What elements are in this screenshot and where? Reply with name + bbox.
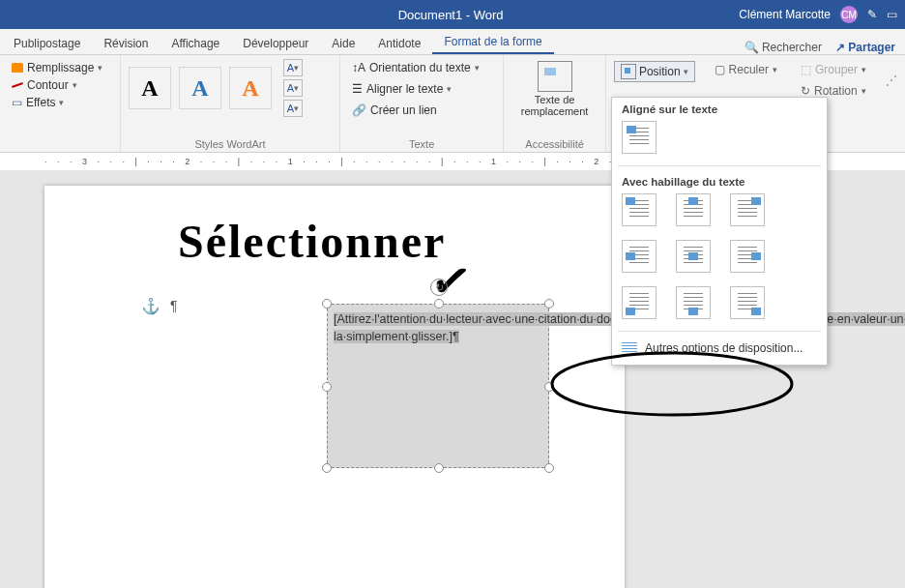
reculer-button[interactable]: ▢Reculer▾ [711,61,781,78]
ribbon-display-icon[interactable]: ▭ [887,8,897,21]
tab-aide[interactable]: Aide [320,33,366,54]
text-outline-button[interactable]: A▾ [283,79,303,97]
search-button[interactable]: 🔍 Rechercher [744,41,822,54]
creer-lien-button[interactable]: 🔗Créer un lien [348,102,495,119]
alt-text-icon [538,61,572,92]
text-fill-button[interactable]: A▾ [283,59,303,76]
tab-revision[interactable]: Révision [92,33,160,54]
group-label-accessibilite: Accessibilité [511,138,598,152]
outline-icon [12,82,23,88]
tab-antidote[interactable]: Antidote [366,33,432,54]
align-icon: ☰ [352,82,363,96]
dropdown-section-inline: Aligné sur le texte [612,98,827,117]
user-avatar[interactable]: CM [840,6,858,23]
dropdown-section-wrap: Avec habillage du texte [612,170,827,173]
effets-button[interactable]: ▭Effets▾ [8,94,112,111]
rotate-icon: ↻ [801,84,810,98]
tab-format-forme[interactable]: Format de la forme [432,31,553,54]
tab-developpeur[interactable]: Développeur [231,33,320,54]
share-button[interactable]: ↗ Partager [835,41,895,54]
aligner-texte-button[interactable]: ☰Aligner le texte▾ [348,80,495,98]
wordart-style-3[interactable]: A [229,67,272,109]
group-label-styles-forme [8,138,112,152]
position-inline[interactable] [622,121,657,154]
position-icon [621,64,636,79]
group-label-wordart: Styles WordArt [129,138,332,152]
text-effects-button[interactable]: A▾ [283,100,303,117]
link-icon: 🔗 [352,103,366,117]
position-dropdown: Aligné sur le texte Avec habillage du te… [611,97,828,173]
orientation-texte-button[interactable]: ↕AOrientation du texte▾ [348,59,495,76]
wordart-style-2[interactable]: A [179,67,221,109]
tab-publipostage[interactable]: Publipostage [2,33,92,54]
wordart-style-1[interactable]: A [129,67,171,109]
orientation-icon: ↕A [352,61,365,74]
group-icon: ⬚ [801,63,811,76]
document-title: Document1 - Word [162,8,739,22]
position-button[interactable]: Position▾ [614,61,695,82]
tab-affichage[interactable]: Affichage [160,33,231,54]
ribbon-tabs: Publipostage Révision Affichage Développ… [0,29,905,55]
title-bar: Document1 - Word Clément Marcotte CM ✎ ▭ [0,0,905,29]
size-launcher-icon[interactable]: ⋰ [886,74,897,87]
contour-button[interactable]: Contour▾ [8,76,112,94]
grouper-button: ⬚Grouper▾ [797,61,870,78]
fill-icon [12,63,23,73]
effects-icon: ▭ [12,96,22,109]
remplissage-button[interactable]: Remplissage▾ [8,59,112,76]
user-name[interactable]: Clément Marcotte [739,8,831,21]
alt-text-button[interactable]: Texte de remplacement [511,94,598,117]
send-back-icon: ▢ [715,63,725,76]
group-label-texte: Texte [348,138,495,152]
draw-icon[interactable]: ✎ [867,8,877,21]
